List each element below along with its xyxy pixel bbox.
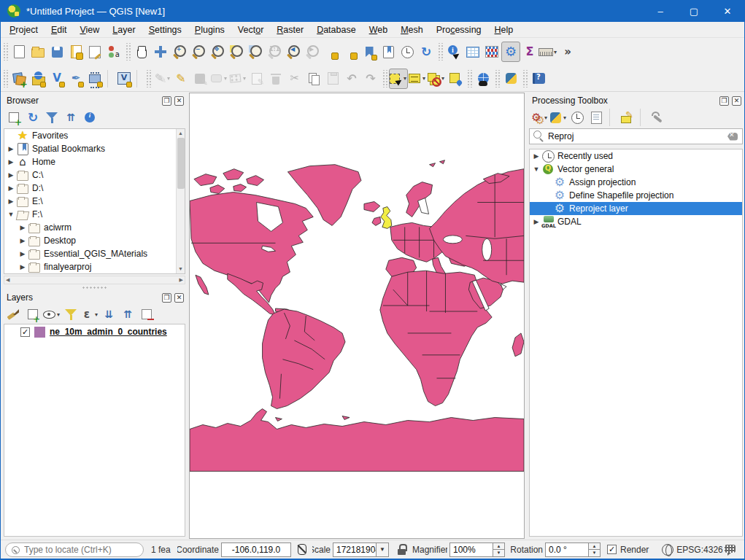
- menu-item-vector[interactable]: Vector: [231, 23, 270, 36]
- tree-item-home[interactable]: ▶⌂Home: [4, 155, 176, 168]
- add-group-button[interactable]: +: [24, 306, 42, 323]
- menu-item-web[interactable]: Web: [363, 23, 394, 36]
- layer-visibility-checkbox[interactable]: ✓: [20, 327, 30, 337]
- data-source-manager-button[interactable]: +: [9, 69, 28, 89]
- filter-legend-button[interactable]: [62, 306, 80, 323]
- manage-map-themes-button[interactable]: ▾: [43, 306, 61, 323]
- zoom-last-button[interactable]: ◀: [284, 42, 303, 62]
- scale-combobox[interactable]: 172181904 ▼: [333, 542, 389, 557]
- open-layer-styling-button[interactable]: [5, 306, 23, 323]
- processing-toolbox-button[interactable]: ⚙: [501, 42, 520, 62]
- refresh-browser-button[interactable]: ↻: [24, 109, 42, 126]
- filter-browser-button[interactable]: [43, 109, 61, 126]
- menu-item-settings[interactable]: Settings: [142, 23, 188, 36]
- tree-item-aciwrm[interactable]: ▶aciwrm: [4, 221, 176, 234]
- expander-icon[interactable]: ▶: [6, 184, 16, 192]
- expander-icon[interactable]: ▶: [18, 224, 28, 231]
- new-geopackage-layer-button[interactable]: ✒: [66, 69, 85, 89]
- layer-item[interactable]: ✓ ne_10m_admin_0_countries: [4, 324, 185, 339]
- copy-features-button[interactable]: [304, 69, 323, 89]
- select-by-form-button[interactable]: ▾: [408, 69, 427, 89]
- collapse-all-button[interactable]: ⇈: [119, 306, 136, 323]
- options-button[interactable]: [649, 109, 666, 126]
- close-button[interactable]: ✕: [711, 0, 744, 22]
- python-console-button[interactable]: [501, 69, 520, 89]
- deselect-all-button[interactable]: ▾: [427, 69, 446, 89]
- clear-search-icon[interactable]: ✕: [725, 129, 740, 144]
- results-viewer-button[interactable]: [587, 109, 605, 126]
- menu-item-processing[interactable]: Processing: [430, 23, 488, 36]
- render-checkbox[interactable]: ✓: [607, 545, 617, 554]
- close-panel-icon[interactable]: ✕: [732, 96, 741, 106]
- tree-item-favorites[interactable]: ★Favorites: [4, 129, 176, 142]
- new-spatialite-layer-button[interactable]: [85, 69, 104, 89]
- new-3d-map-view-button[interactable]: [341, 42, 360, 62]
- zoom-to-selection-button[interactable]: [227, 42, 246, 62]
- new-spatial-bookmark-button[interactable]: [360, 42, 379, 62]
- edit-features-in-place-button[interactable]: ✎: [618, 109, 636, 126]
- properties-button[interactable]: i: [81, 109, 99, 126]
- tree-item-desktop[interactable]: ▶Desktop: [4, 234, 176, 247]
- show-spatial-bookmarks-button[interactable]: [379, 42, 398, 62]
- menu-item-database[interactable]: Database: [310, 23, 363, 36]
- float-panel-icon[interactable]: ❐: [719, 96, 729, 106]
- models-button[interactable]: ⚙▾: [530, 109, 548, 126]
- history-button[interactable]: [568, 109, 586, 126]
- statistical-summary-button[interactable]: [482, 42, 501, 62]
- new-map-view-button[interactable]: [322, 42, 341, 62]
- identify-features-button[interactable]: i: [444, 42, 463, 62]
- menu-item-project[interactable]: Project: [3, 23, 45, 36]
- menu-item-help[interactable]: Help: [488, 23, 520, 36]
- tree-item-recently-used[interactable]: ▶Recently used: [530, 149, 742, 163]
- toolbox-search-input[interactable]: [547, 131, 725, 141]
- expander-icon[interactable]: ▼: [6, 211, 16, 218]
- metasearch-button[interactable]: [474, 69, 493, 89]
- rotation-spinbox[interactable]: 0.0 ° ▲▼: [545, 542, 601, 557]
- spin-up-icon[interactable]: ▲: [589, 543, 600, 551]
- zoom-full-button[interactable]: ✥: [208, 42, 227, 62]
- select-features-button[interactable]: ▾: [389, 69, 408, 89]
- measure-button[interactable]: ▾: [539, 42, 558, 62]
- zoom-in-button[interactable]: +: [170, 42, 189, 62]
- tree-item-spatial-bookmarks[interactable]: ▶Spatial Bookmarks: [4, 142, 176, 155]
- add-vector-layer-button[interactable]: [28, 69, 47, 89]
- new-virtual-layer-button[interactable]: V: [115, 69, 134, 89]
- coordinate-value[interactable]: -106.0,119.0: [221, 542, 291, 557]
- temporal-controller-button[interactable]: [398, 42, 417, 62]
- close-panel-icon[interactable]: ✕: [174, 293, 184, 303]
- expander-icon[interactable]: ▶: [6, 171, 16, 179]
- expander-icon[interactable]: ▶: [6, 198, 16, 205]
- show-statistics-button[interactable]: Σ: [520, 42, 539, 62]
- add-selected-layers-button[interactable]: +: [5, 109, 23, 126]
- tree-item-gdal[interactable]: ▶GDALGDAL: [530, 215, 742, 228]
- close-panel-icon[interactable]: ✕: [174, 96, 184, 106]
- expander-icon[interactable]: ▶: [531, 152, 541, 160]
- messages-icon[interactable]: [723, 542, 738, 557]
- extents-icon[interactable]: [295, 542, 309, 557]
- maximize-button[interactable]: ▢: [677, 0, 711, 22]
- refresh-map-button[interactable]: ↻: [417, 42, 436, 62]
- open-project-button[interactable]: [28, 42, 47, 62]
- browser-vscrollbar[interactable]: ▲▼: [176, 129, 185, 273]
- new-print-layout-button[interactable]: [66, 42, 85, 62]
- tree-item-f[interactable]: ▼F:\: [4, 208, 176, 221]
- pan-map-button[interactable]: [132, 42, 151, 62]
- select-by-value-button[interactable]: [446, 69, 465, 89]
- tree-item-essential-qgis-materials[interactable]: ▶Essential_QGIS_MAterials: [4, 247, 176, 260]
- expander-icon[interactable]: ▶: [18, 237, 28, 244]
- float-panel-icon[interactable]: ❐: [162, 96, 171, 106]
- tree-item-d[interactable]: ▶D:\: [4, 182, 176, 195]
- panel-splitter[interactable]: [82, 286, 107, 289]
- menu-item-edit[interactable]: Edit: [45, 23, 74, 36]
- collapse-all-button[interactable]: ⇈: [62, 109, 80, 126]
- tree-item-c[interactable]: ▶C:\: [4, 168, 176, 182]
- float-panel-icon[interactable]: ❐: [162, 293, 171, 303]
- menu-item-raster[interactable]: Raster: [270, 23, 310, 36]
- menu-item-layer[interactable]: Layer: [106, 23, 142, 36]
- new-shapefile-layer-button[interactable]: V: [47, 69, 66, 89]
- show-layout-manager-button[interactable]: [85, 42, 104, 62]
- menu-item-plugins[interactable]: Plugins: [188, 23, 231, 36]
- crs-status[interactable]: EPSG:4326: [676, 545, 722, 555]
- tree-item-e[interactable]: ▶E:\: [4, 195, 176, 208]
- filter-by-expression-button[interactable]: ε▾: [81, 306, 99, 323]
